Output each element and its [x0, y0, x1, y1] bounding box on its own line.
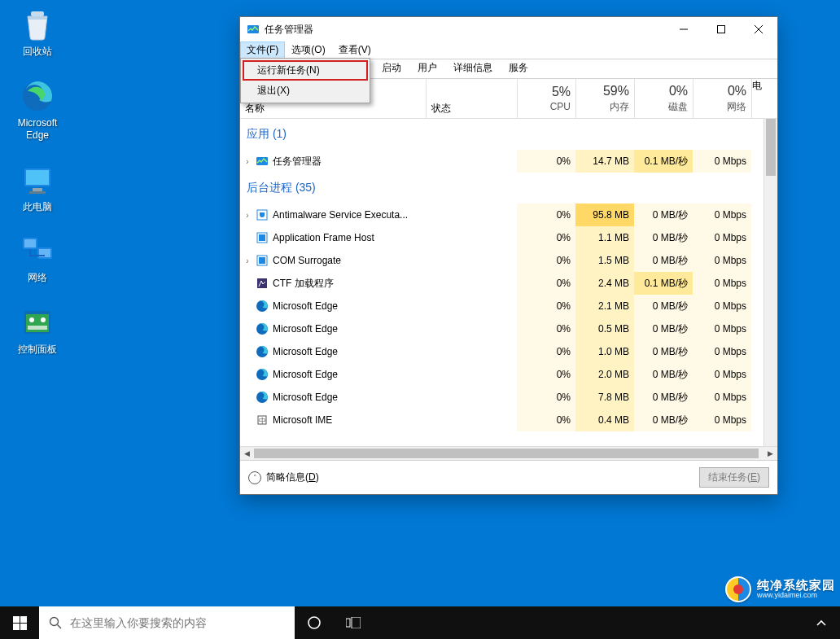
process-icon: [255, 231, 269, 244]
process-row[interactable]: Application Frame Host0%1.1 MB0 MB/秒0 Mb…: [240, 226, 763, 249]
menu-view[interactable]: 查看(V): [332, 42, 378, 59]
memory-cell: 0.5 MB: [575, 317, 634, 340]
scroll-right-button[interactable]: ▶: [763, 447, 777, 461]
system-tray: [807, 606, 840, 639]
task-manager-window: 任务管理器 文件(F) 选项(O) 查看(V) 运行新任务(N) 退出(X) 启…: [239, 16, 778, 495]
header-power[interactable]: 电: [751, 79, 761, 118]
cpu-cell: 0%: [517, 363, 575, 386]
svg-point-12: [29, 317, 34, 322]
cpu-cell: 0%: [517, 340, 575, 363]
expand-toggle[interactable]: ›: [240, 157, 255, 166]
svg-rect-37: [20, 616, 27, 623]
disk-cell: 0 MB/秒: [634, 363, 693, 386]
process-row[interactable]: ›COM Surrogate0%1.5 MB0 MB/秒0 Mbps: [240, 249, 763, 272]
watermark: 纯净系统家园 www.yidaimei.com: [724, 576, 835, 603]
titlebar[interactable]: 任务管理器: [240, 17, 777, 42]
memory-cell: 95.8 MB: [575, 204, 634, 226]
header-status[interactable]: 状态: [426, 79, 517, 118]
cpu-cell: 0%: [517, 317, 575, 340]
desktop-icon-control-panel[interactable]: 控制面板: [7, 304, 68, 357]
process-name: Microsoft Edge: [269, 369, 426, 380]
header-network[interactable]: 0% 网络: [693, 79, 751, 118]
process-icon: [255, 368, 269, 381]
process-row[interactable]: Microsoft Edge0%1.0 MB0 MB/秒0 Mbps: [240, 340, 763, 363]
tab-startup[interactable]: 启动: [374, 59, 409, 78]
svg-rect-23: [259, 234, 265, 241]
tab-services[interactable]: 服务: [501, 59, 536, 78]
maximize-button[interactable]: [702, 17, 740, 42]
process-icon: [255, 322, 269, 335]
header-memory[interactable]: 59% 内存: [575, 79, 634, 118]
group-apps: 应用 (1): [240, 119, 763, 150]
process-row[interactable]: ›任务管理器0%14.7 MB0.1 MB/秒0 Mbps: [240, 150, 763, 173]
menu-run-new-task[interactable]: 运行新任务(N): [243, 60, 368, 81]
network-cell: 0 Mbps: [693, 295, 751, 317]
tab-users[interactable]: 用户: [409, 59, 445, 78]
window-controls: [665, 17, 777, 42]
vertical-scrollbar[interactable]: [763, 119, 777, 446]
scrollbar-thumb[interactable]: [254, 449, 759, 458]
svg-rect-7: [24, 239, 36, 247]
process-row[interactable]: CTF 加载程序0%2.4 MB0.1 MB/秒0 Mbps: [240, 272, 763, 295]
process-table[interactable]: 应用 (1)›任务管理器0%14.7 MB0.1 MB/秒0 Mbps后台进程 …: [240, 119, 763, 446]
process-row[interactable]: Microsoft Edge0%2.1 MB0 MB/秒0 Mbps: [240, 295, 763, 317]
desktop-icon-this-pc[interactable]: 此电脑: [7, 162, 68, 214]
process-icon: 中: [255, 414, 269, 427]
scrollbar-thumb[interactable]: [766, 119, 776, 176]
process-icon: [255, 208, 269, 221]
svg-rect-0: [31, 11, 44, 16]
disk-cell: 0 MB/秒: [634, 317, 693, 340]
process-icon: [255, 391, 269, 404]
process-icon: [255, 300, 269, 313]
cortana-button[interactable]: [295, 606, 334, 639]
menu-file[interactable]: 文件(F): [240, 42, 285, 59]
expand-toggle[interactable]: ›: [240, 211, 255, 220]
svg-point-35: [733, 584, 743, 594]
chevron-up-icon: [816, 619, 826, 626]
scroll-left-button[interactable]: ◀: [240, 447, 254, 461]
process-row[interactable]: Microsoft Edge0%2.0 MB0 MB/秒0 Mbps: [240, 363, 763, 386]
process-icon: [255, 345, 269, 358]
menu-options[interactable]: 选项(O): [285, 42, 331, 59]
process-row[interactable]: Microsoft Edge0%0.5 MB0 MB/秒0 Mbps: [240, 317, 763, 340]
desktop[interactable]: 回收站 Microsoft Edge 此电脑 网络 控制面板: [0, 0, 840, 639]
cpu-cell: 0%: [517, 226, 575, 249]
fewer-details-toggle[interactable]: ˄ 简略信息(D): [248, 470, 319, 484]
process-name: Microsoft Edge: [269, 392, 426, 403]
control-panel-icon: [20, 304, 55, 340]
process-name: 任务管理器: [269, 155, 426, 169]
header-disk[interactable]: 0% 磁盘: [634, 79, 693, 118]
cpu-cell: 0%: [517, 295, 575, 317]
network-icon: [20, 233, 55, 269]
svg-point-40: [50, 618, 59, 626]
desktop-icon-label: 此电脑: [23, 201, 52, 214]
menu-exit[interactable]: 退出(X): [243, 81, 368, 101]
horizontal-scrollbar[interactable]: ◀ ▶: [240, 446, 777, 460]
process-row[interactable]: 中Microsoft IME0%0.4 MB0 MB/秒0 Mbps: [240, 409, 763, 431]
process-icon: [255, 277, 269, 290]
desktop-icon-network[interactable]: 网络: [7, 233, 68, 285]
svg-rect-14: [28, 326, 47, 330]
search-input[interactable]: [70, 616, 285, 629]
process-name: Microsoft Edge: [269, 323, 426, 335]
process-row[interactable]: Microsoft Edge0%7.8 MB0 MB/秒0 Mbps: [240, 386, 763, 409]
taskmgr-icon: [247, 23, 260, 36]
expand-toggle[interactable]: ›: [240, 256, 255, 265]
desktop-icon-recycle-bin[interactable]: 回收站: [7, 7, 68, 59]
task-view-button[interactable]: [334, 606, 373, 639]
start-button[interactable]: [0, 606, 39, 639]
process-row[interactable]: ›Antimalware Service Executa...0%95.8 MB…: [240, 204, 763, 226]
disk-cell: 0 MB/秒: [634, 409, 693, 431]
taskbar-search[interactable]: [39, 606, 295, 639]
end-task-button[interactable]: 结束任务(E): [699, 467, 769, 488]
desktop-icon-edge[interactable]: Microsoft Edge: [7, 78, 68, 142]
disk-cell: 0 MB/秒: [634, 226, 693, 249]
tray-overflow-button[interactable]: [807, 619, 835, 626]
disk-cell: 0.1 MB/秒: [634, 272, 693, 295]
tab-details[interactable]: 详细信息: [445, 59, 501, 78]
header-cpu[interactable]: 5% CPU: [517, 79, 575, 118]
close-button[interactable]: [740, 17, 777, 42]
minimize-button[interactable]: [665, 17, 702, 42]
svg-line-41: [58, 625, 62, 629]
process-name: Microsoft Edge: [269, 300, 426, 312]
